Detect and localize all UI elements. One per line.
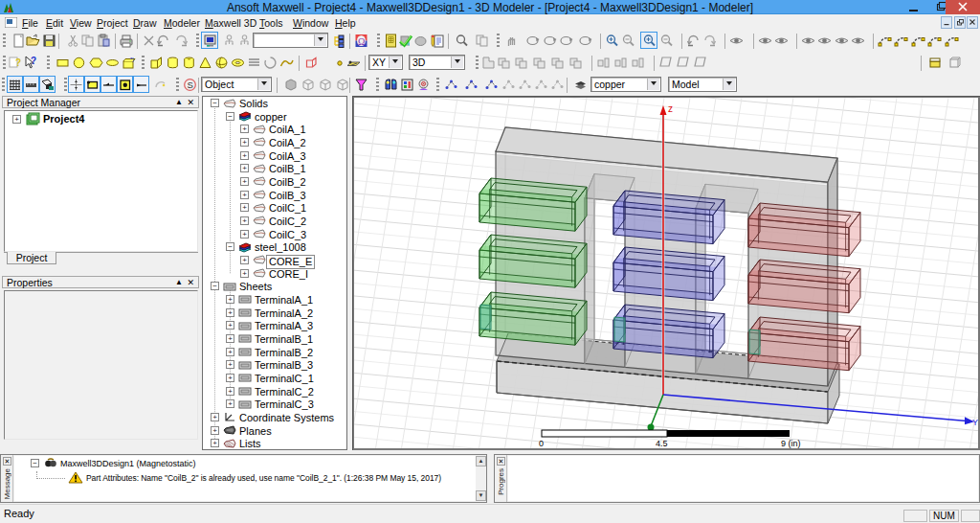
svg-text:0: 0 — [539, 439, 544, 448]
svg-text:4.5: 4.5 — [656, 439, 668, 448]
svg-text:Y: Y — [972, 418, 978, 427]
svg-text:9 (in): 9 (in) — [781, 439, 801, 448]
svg-text:z: z — [668, 103, 673, 114]
